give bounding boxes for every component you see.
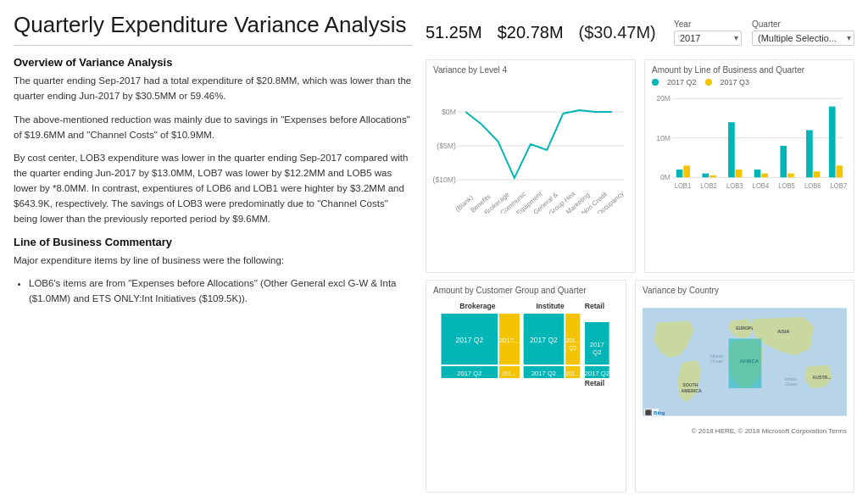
- overview-para3: By cost center, LOB3 expenditure was low…: [14, 151, 412, 226]
- lob-heading: Line of Business Commentary: [14, 236, 412, 248]
- bar-lob4-q3: [761, 174, 768, 178]
- svg-text:Brokerage: Brokerage: [459, 301, 495, 309]
- svg-text:Q3: Q3: [569, 344, 576, 351]
- bullet-item-1: LOB6's items are from "Expenses before A…: [29, 276, 412, 307]
- svg-text:LOB5: LOB5: [778, 181, 795, 189]
- svg-rect-52: [729, 338, 762, 388]
- svg-text:AUSTR...: AUSTR...: [813, 374, 832, 379]
- bar-lob6-q2: [806, 130, 813, 177]
- charts-row-bottom: Amount by Customer Group and Quarter Bro…: [426, 280, 854, 493]
- metric-1: 51.25M: [426, 23, 482, 42]
- top-bar: 51.25M $20.78M ($30.47M) Year 2017 Quart…: [426, 12, 854, 53]
- svg-text:201...: 201...: [502, 370, 516, 376]
- svg-text:LOB3: LOB3: [726, 181, 743, 189]
- bullet-list: LOB6's items are from "Expenses before A…: [29, 276, 412, 310]
- svg-text:0M: 0M: [660, 173, 670, 181]
- svg-text:2017 Q2: 2017 Q2: [585, 369, 609, 376]
- svg-text:2017...: 2017...: [499, 336, 519, 343]
- bing-footer: © 2018 HERE, © 2018 Microsoft Corporatio…: [643, 427, 847, 435]
- lob-chart-svg: 20M 10M 0M: [652, 90, 847, 225]
- svg-text:Q2: Q2: [593, 348, 601, 355]
- svg-text:LOB7: LOB7: [831, 181, 847, 189]
- svg-text:($5M): ($5M): [437, 142, 456, 150]
- filter-group: Year 2017 Quarter (Multiple Selectio...: [674, 19, 854, 46]
- svg-text:⬛ Bing: ⬛ Bing: [645, 409, 665, 415]
- quarter-filter-wrapper[interactable]: (Multiple Selectio...: [752, 31, 854, 46]
- svg-text:SOUTH: SOUTH: [682, 382, 698, 387]
- bar-lob6-q3: [814, 171, 821, 177]
- bar-lob5-q2: [780, 146, 787, 177]
- svg-text:LOB4: LOB4: [753, 181, 770, 189]
- svg-text:ASIA: ASIA: [777, 329, 790, 334]
- svg-text:LOB1: LOB1: [675, 181, 692, 189]
- svg-text:EUROPE: EUROPE: [736, 326, 754, 331]
- charts-row-top: Variance by Level 4 $0M ($5M) ($10M) (Bl…: [426, 59, 854, 273]
- svg-text:AMERICA: AMERICA: [682, 388, 702, 393]
- overview-para2: The above-mentioned reduction was mainly…: [14, 113, 412, 143]
- page-title: Quarterly Expenditure Variance Analysis: [14, 12, 412, 46]
- svg-text:201...: 201...: [565, 337, 580, 342]
- legend-q2-label: 2017 Q2: [667, 78, 697, 86]
- svg-text:Retail: Retail: [585, 301, 604, 309]
- svg-text:$0M: $0M: [442, 108, 456, 116]
- year-select[interactable]: 2017: [674, 31, 742, 46]
- svg-text:Atlantic: Atlantic: [709, 353, 724, 358]
- bar-lob2-q2: [702, 174, 709, 178]
- customer-chart-box: Amount by Customer Group and Quarter Bro…: [426, 280, 626, 493]
- map-area: SOUTH AMERICA EUROPE AFRICA ASIA AUS: [643, 298, 847, 426]
- svg-text:LOB6: LOB6: [804, 181, 821, 189]
- metric-2: $20.78M: [498, 23, 564, 42]
- bar-lob1-q3: [683, 165, 690, 177]
- lob-para: Major expenditure items by line of busin…: [14, 253, 412, 269]
- year-filter-box: Year 2017: [674, 19, 742, 46]
- bar-lob7-q3: [837, 165, 843, 177]
- quarter-filter-box: Quarter (Multiple Selectio...: [752, 19, 854, 46]
- svg-text:Ocean: Ocean: [785, 381, 798, 387]
- bar-lob3-q2: [728, 122, 735, 177]
- svg-text:Ocean: Ocean: [710, 358, 723, 363]
- svg-text:LOB2: LOB2: [700, 181, 717, 189]
- svg-text:($10M): ($10M): [433, 175, 456, 184]
- svg-text:Institute: Institute: [536, 301, 564, 309]
- bar-lob2-q3: [709, 175, 716, 177]
- overview-para1: The quarter ending Sep-2017 had a total …: [14, 74, 412, 104]
- variance-chart-title: Variance by Level 4: [433, 65, 628, 75]
- quarter-select[interactable]: (Multiple Selectio...: [752, 31, 854, 46]
- overview-heading: Overview of Variance Analysis: [14, 56, 412, 69]
- lob-chart-box: Amount by Line of Business and Quarter 2…: [644, 59, 854, 273]
- legend-q3-label: 2017 Q3: [721, 78, 750, 86]
- bar-lob1-q2: [676, 170, 683, 177]
- quarter-filter-label: Quarter: [752, 19, 854, 29]
- svg-text:Retail: Retail: [585, 378, 604, 387]
- variance-chart-svg: $0M ($5M) ($10M) (Blank) Benefits Broker…: [433, 78, 628, 214]
- customer-chart-svg: Brokerage Institute Retail 2017 Q2 2017.…: [433, 298, 619, 424]
- svg-text:20M: 20M: [656, 94, 670, 103]
- map-chart-title: Variance by Country: [643, 286, 847, 295]
- svg-text:201...: 201...: [565, 370, 580, 376]
- map-chart-box: Variance by Country SOUTH AMERICA: [635, 280, 854, 493]
- map-svg: SOUTH AMERICA EUROPE AFRICA ASIA AUS: [643, 298, 847, 426]
- metric-3: ($30.47M): [579, 23, 656, 42]
- metrics-group: 51.25M $20.78M ($30.47M): [426, 23, 656, 42]
- year-filter-wrapper[interactable]: 2017: [674, 31, 742, 46]
- right-panel: 51.25M $20.78M ($30.47M) Year 2017 Quart…: [426, 12, 854, 493]
- legend-q2-dot: [652, 79, 659, 86]
- svg-text:2017: 2017: [590, 340, 604, 348]
- lob-chart-title: Amount by Line of Business and Quarter: [652, 65, 847, 75]
- svg-text:2017 Q2: 2017 Q2: [531, 369, 556, 376]
- svg-text:2017 Q2: 2017 Q2: [455, 335, 483, 343]
- svg-text:2017 Q2: 2017 Q2: [530, 335, 558, 343]
- bar-lob7-q2: [829, 107, 836, 178]
- svg-text:10M: 10M: [656, 134, 670, 142]
- year-filter-label: Year: [674, 19, 742, 29]
- bar-lob3-q3: [736, 170, 743, 177]
- legend-q3-dot: [705, 79, 712, 86]
- bar-lob4-q2: [754, 170, 761, 177]
- lob-legend: 2017 Q2 2017 Q3: [652, 78, 847, 86]
- variance-chart-box: Variance by Level 4 $0M ($5M) ($10M) (Bl…: [426, 59, 636, 273]
- svg-text:Indian: Indian: [785, 376, 797, 381]
- customer-chart-title: Amount by Customer Group and Quarter: [433, 286, 619, 295]
- bar-lob5-q3: [787, 174, 794, 178]
- svg-text:2017 Q2: 2017 Q2: [457, 369, 481, 376]
- left-panel: Quarterly Expenditure Variance Analysis …: [14, 12, 412, 493]
